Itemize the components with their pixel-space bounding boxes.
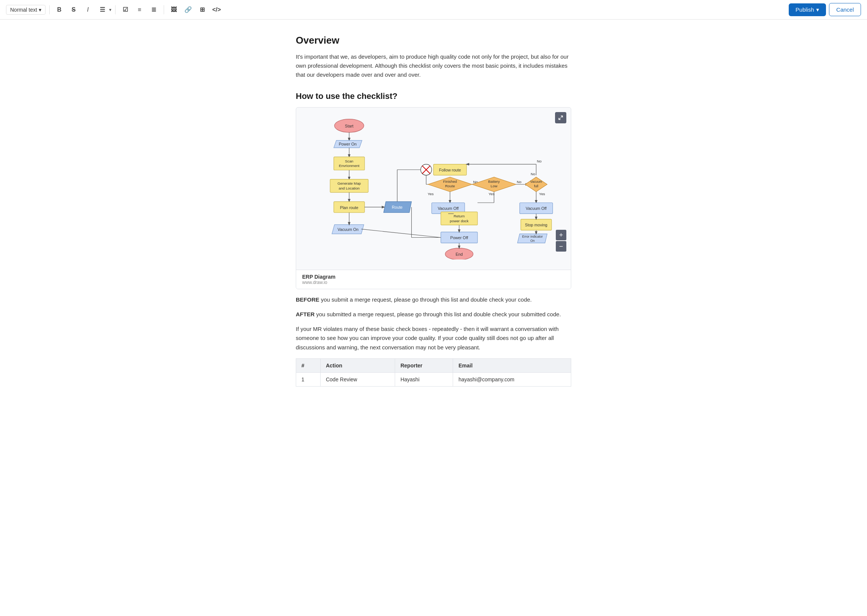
ordered-list-button[interactable]: ≣ (148, 4, 160, 16)
svg-text:Yes: Yes (539, 192, 545, 196)
diagram-embed: Start Power On Scan Envrionment Generate… (296, 107, 571, 289)
diagram-inner: Start Power On Scan Envrionment Generate… (296, 108, 571, 270)
editor-content: Overview It's important that we, as deve… (287, 20, 580, 417)
cancel-button[interactable]: Cancel (829, 3, 861, 16)
overview-paragraph: It's important that we, as developers, a… (296, 52, 571, 79)
image-button[interactable]: 🖼 (168, 4, 180, 16)
svg-text:Plan route: Plan route (340, 205, 358, 210)
link-button[interactable]: 🔗 (182, 4, 194, 16)
flowchart-svg: Start Power On Scan Envrionment Generate… (305, 116, 562, 259)
chevron-down-icon: ▾ (39, 7, 41, 13)
col-number: # (296, 358, 321, 372)
expand-diagram-button[interactable] (555, 112, 566, 123)
zoom-in-button[interactable]: + (556, 230, 566, 240)
publish-chevron-icon: ▾ (816, 6, 819, 13)
svg-text:Vacuum On: Vacuum On (338, 227, 359, 232)
publish-button[interactable]: Publish ▾ (789, 3, 826, 16)
col-action: Action (320, 358, 395, 372)
col-reporter: Reporter (395, 358, 453, 372)
paragraph-mr: If your MR violates many of these basic … (296, 325, 571, 352)
table-header-row: # Action Reporter Email (296, 358, 571, 372)
svg-text:Power On: Power On (339, 142, 357, 146)
svg-text:No: No (517, 180, 521, 184)
text-style-dropdown[interactable]: Normal text ▾ (6, 5, 46, 15)
diagram-url: www.draw.io (302, 280, 565, 285)
svg-text:Power Off: Power Off (450, 236, 468, 240)
svg-text:Vacuum Off: Vacuum Off (437, 206, 459, 211)
toolbar: Normal text ▾ B S I ☰ ▾ ☑ ≡ ≣ 🖼 🔗 ⊞ </> … (0, 0, 867, 20)
svg-text:Envrionment: Envrionment (339, 163, 360, 168)
svg-text:Scan: Scan (345, 159, 353, 163)
svg-text:Return: Return (454, 214, 465, 218)
svg-text:and Location: and Location (339, 186, 360, 190)
page-heading-2: How to use the checklist? (296, 91, 571, 101)
svg-text:Vacuum Off: Vacuum Off (526, 206, 547, 211)
divider-2 (115, 5, 115, 14)
svg-text:Route: Route (392, 205, 403, 209)
svg-text:full: full (534, 184, 538, 188)
paragraph-after: AFTER you submitted a merge request, ple… (296, 310, 571, 319)
svg-text:Follow route: Follow route (439, 168, 461, 172)
bullet-list-button[interactable]: ≡ (134, 4, 146, 16)
checklist-table: # Action Reporter Email 1Code ReviewHaya… (296, 358, 571, 387)
strikethrough-button[interactable]: S (68, 4, 80, 16)
svg-text:Generate Map: Generate Map (338, 181, 361, 185)
svg-text:On: On (530, 239, 535, 242)
publish-label: Publish (796, 6, 814, 13)
toolbar-right: Publish ▾ Cancel (789, 3, 861, 16)
svg-text:Yes: Yes (428, 192, 433, 196)
svg-line-61 (361, 229, 441, 237)
svg-text:Finished: Finished (443, 179, 457, 184)
page-heading-1: Overview (296, 35, 571, 46)
divider-1 (49, 5, 50, 14)
diagram-title: ERP Diagram (302, 274, 565, 280)
svg-text:Start: Start (345, 124, 354, 128)
cancel-label: Cancel (836, 6, 854, 13)
code-button[interactable]: </> (211, 4, 223, 16)
svg-text:No: No (530, 172, 535, 176)
italic-button[interactable]: I (82, 4, 94, 16)
svg-text:Yes: Yes (488, 192, 494, 196)
zoom-controls: + − (556, 230, 566, 251)
table-button[interactable]: ⊞ (197, 4, 208, 16)
svg-text:Error indicator: Error indicator (522, 235, 543, 239)
task-list-button[interactable]: ☑ (119, 4, 131, 16)
text-style-label: Normal text (10, 7, 37, 13)
svg-text:power dock: power dock (450, 219, 469, 223)
svg-text:End: End (456, 252, 463, 256)
align-button[interactable]: ☰ (96, 4, 109, 16)
svg-text:No: No (537, 159, 541, 163)
svg-text:Vacuum: Vacuum (530, 180, 542, 184)
divider-3 (164, 5, 164, 14)
svg-text:Stop moving: Stop moving (525, 223, 548, 227)
toolbar-left: Normal text ▾ B S I ☰ ▾ ☑ ≡ ≣ 🖼 🔗 ⊞ </> (6, 4, 786, 16)
col-email: Email (453, 358, 571, 372)
svg-text:Route: Route (445, 184, 455, 188)
table-row: 1Code ReviewHayashihayashi@company.com (296, 372, 571, 386)
svg-text:Battery: Battery (488, 179, 500, 184)
chevron-down-icon-align: ▾ (109, 7, 112, 13)
bold-button[interactable]: B (53, 4, 66, 16)
paragraph-before: BEFORE you submit a merge request, pleas… (296, 295, 571, 305)
zoom-out-button[interactable]: − (556, 241, 566, 251)
diagram-footer: ERP Diagram www.draw.io (296, 270, 571, 289)
svg-text:Low: Low (491, 184, 498, 188)
